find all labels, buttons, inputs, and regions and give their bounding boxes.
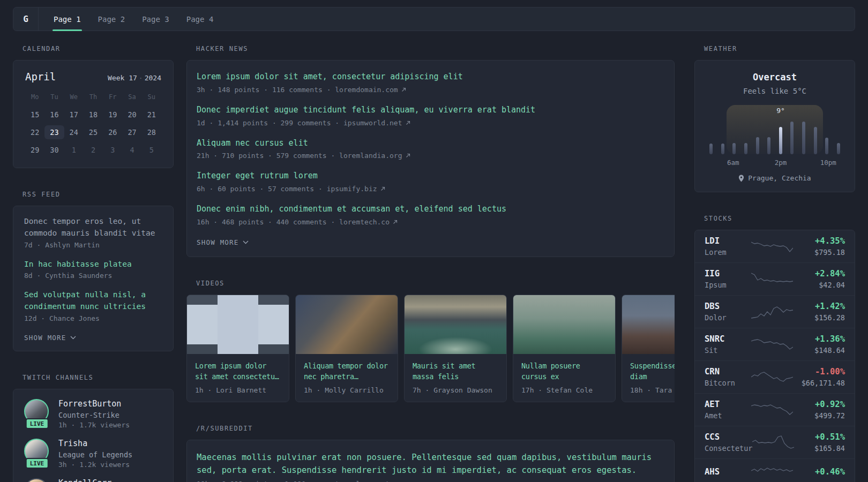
calendar-header: April Week 17·2024	[25, 71, 161, 82]
stock-price: $148.64	[793, 346, 845, 355]
calendar-day[interactable]: 28	[142, 125, 161, 139]
tab-page-4[interactable]: Page 4	[185, 7, 215, 31]
calendar-day[interactable]: 19	[103, 108, 122, 122]
video-thumbnail[interactable]	[622, 295, 675, 354]
stock-row: CCSConsectetur +0.51%$165.84	[695, 426, 855, 458]
hn-item-title[interactable]: Donec enim nibh, condimentum et accumsan…	[197, 204, 664, 215]
stock-price: $499.72	[793, 411, 845, 420]
weather-hours: 6am2pm10pm	[709, 159, 840, 167]
calendar-day[interactable]: 20	[122, 108, 141, 122]
rss-item-meta: 7d · Ashlyn Martin	[24, 241, 162, 249]
calendar-day[interactable]: 29	[25, 143, 44, 157]
stock-sparkline	[751, 369, 793, 385]
weather-bar	[825, 138, 828, 154]
tab-page-3[interactable]: Page 3	[141, 7, 170, 31]
external-link-icon[interactable]	[401, 87, 406, 92]
calendar-day[interactable]: 21	[142, 108, 161, 122]
videos-section-label: VIDEOS	[196, 280, 675, 287]
stock-ticker[interactable]: IIG	[705, 269, 751, 278]
video-thumbnail[interactable]	[187, 295, 289, 354]
avatar	[24, 478, 50, 482]
video-thumbnail[interactable]	[405, 295, 506, 354]
channel-name[interactable]: ForrestBurton	[58, 399, 130, 409]
weather-widget: WEATHER Overcast Feels like 5°C 9° 6am2p…	[694, 45, 855, 192]
weather-hour-label: 2pm	[775, 159, 787, 167]
video-card: Suspendisse eget diam 18h · Tara Mann	[622, 295, 675, 402]
video-thumbnail[interactable]	[513, 295, 615, 354]
calendar-day[interactable]: 25	[84, 125, 103, 139]
hn-item-title[interactable]: Integer eget rutrum lorem	[197, 170, 664, 182]
hn-item-meta-text: 3h · 148 points · 116 comments · loremdo…	[197, 86, 398, 94]
hn-item-title[interactable]: Aliquam nec cursus elit	[197, 138, 664, 149]
channel-name[interactable]: Trisha	[58, 439, 132, 448]
calendar-day[interactable]: 18	[84, 108, 103, 122]
page-tabs: Page 1 Page 2 Page 3 Page 4	[39, 7, 214, 31]
stock-row: SNRCSit +1.36%$148.64	[695, 328, 855, 360]
dot-separator: ·	[137, 74, 145, 82]
reddit-post-title[interactable]: Maecenas mollis pulvinar erat non posuer…	[197, 451, 664, 477]
calendar-month: April	[25, 71, 56, 82]
calendar-day[interactable]: 22	[25, 125, 44, 139]
calendar-day[interactable]: 4	[122, 143, 141, 157]
calendar-day[interactable]: 1	[64, 143, 84, 157]
stock-name: Consectetur	[705, 444, 752, 453]
stock-ticker[interactable]: SNRC	[705, 334, 751, 344]
rss-item-title[interactable]: Donec tempor eros leo, ut commodo mauris…	[24, 216, 162, 239]
hn-item-title[interactable]: Donec imperdiet augue tincidunt felis al…	[197, 104, 664, 116]
rss-item-title[interactable]: Sed volutpat nulla nisl, a condimentum n…	[24, 289, 162, 313]
calendar-day[interactable]: 27	[122, 125, 141, 139]
calendar-week-year: Week 17·2024	[108, 74, 161, 82]
weather-bar	[744, 143, 747, 154]
hn-item-meta: 3h · 148 points · 116 comments · loremdo…	[197, 86, 664, 94]
video-title[interactable]: Suspendisse eget diam	[630, 360, 675, 382]
hn-card: Lorem ipsum dolor sit amet, consectetur …	[186, 60, 675, 257]
video-title[interactable]: Aliquam tempor dolor nec pharetra…	[304, 360, 390, 382]
stock-ticker[interactable]: CCS	[705, 432, 752, 442]
weather-bar	[756, 137, 759, 154]
calendar-day[interactable]: 16	[44, 108, 64, 122]
stock-price: $156.28	[793, 313, 845, 322]
rss-show-more-button[interactable]: SHOW MORE	[24, 334, 76, 342]
hn-show-more-button[interactable]: SHOW MORE	[197, 238, 249, 246]
hn-item-meta-text: 1d · 1,414 points · 299 comments · ipsum…	[197, 119, 402, 127]
stock-name: Lorem	[705, 248, 751, 257]
show-more-label: SHOW MORE	[197, 238, 239, 246]
stock-ticker[interactable]: DBS	[705, 302, 751, 311]
video-title[interactable]: Mauris sit amet massa felis	[413, 360, 498, 382]
stock-ticker[interactable]: AET	[705, 400, 751, 409]
video-title[interactable]: Nullam posuere cursus ex	[521, 360, 607, 382]
external-link-icon[interactable]	[380, 186, 385, 191]
video-thumbnail[interactable]	[296, 295, 398, 354]
calendar-day[interactable]: 30	[44, 143, 64, 157]
calendar-day[interactable]: 5	[142, 143, 161, 157]
calendar-day[interactable]: 24	[64, 125, 84, 139]
tab-page-2[interactable]: Page 2	[97, 7, 126, 31]
channel-avatar-image[interactable]	[24, 478, 49, 482]
stock-ticker[interactable]: CRN	[705, 367, 751, 376]
tab-page-1[interactable]: Page 1	[53, 7, 82, 31]
stock-ticker[interactable]: LDI	[705, 236, 751, 246]
video-card: Lorem ipsum dolor sit amet consectetu… 1…	[186, 295, 289, 402]
stock-ticker[interactable]: AHS	[705, 467, 751, 477]
calendar-day[interactable]: 2	[84, 143, 103, 157]
calendar-day[interactable]: 15	[25, 108, 44, 122]
twitch-widget: TWITCH CHANNELS LIVE ForrestBurton Count…	[13, 374, 174, 482]
channel-name[interactable]: KendallCarr	[58, 478, 111, 482]
external-link-icon[interactable]	[393, 220, 398, 224]
hn-item-meta: 6h · 60 points · 57 comments · ipsumify.…	[197, 185, 664, 193]
calendar-day[interactable]: 17	[64, 108, 84, 122]
reddit-post-meta: 19h · 9,932 points · 1,090 comments · lo…	[197, 480, 664, 482]
weather-bar	[802, 122, 805, 154]
calendar-day[interactable]: 26	[103, 125, 122, 139]
external-link-icon[interactable]	[406, 153, 410, 158]
twitch-card: LIVE ForrestBurton Counter-Strike 1h · 1…	[13, 389, 174, 482]
hn-item-title[interactable]: Lorem ipsum dolor sit amet, consectetur …	[197, 71, 664, 83]
rss-item-title[interactable]: In hac habitasse platea	[24, 259, 162, 270]
external-link-icon[interactable]	[406, 120, 410, 125]
app-logo[interactable]: G	[13, 7, 39, 31]
stock-change: -1.00%	[793, 367, 845, 376]
video-title[interactable]: Lorem ipsum dolor sit amet consectetu…	[195, 360, 281, 382]
calendar-day[interactable]: 3	[103, 143, 122, 157]
calendar-day[interactable]: 23	[44, 125, 64, 139]
weather-hour-label: 10pm	[820, 159, 836, 167]
